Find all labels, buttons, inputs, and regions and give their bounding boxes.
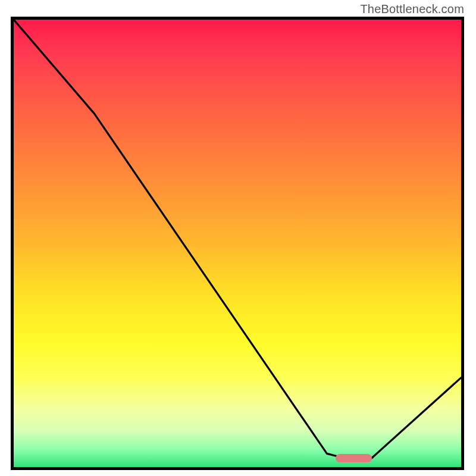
- chart-plot-area: [11, 17, 464, 470]
- watermark-text: TheBottleneck.com: [360, 2, 464, 16]
- bottleneck-curve: [14, 20, 461, 467]
- optimal-range-marker: [336, 454, 371, 462]
